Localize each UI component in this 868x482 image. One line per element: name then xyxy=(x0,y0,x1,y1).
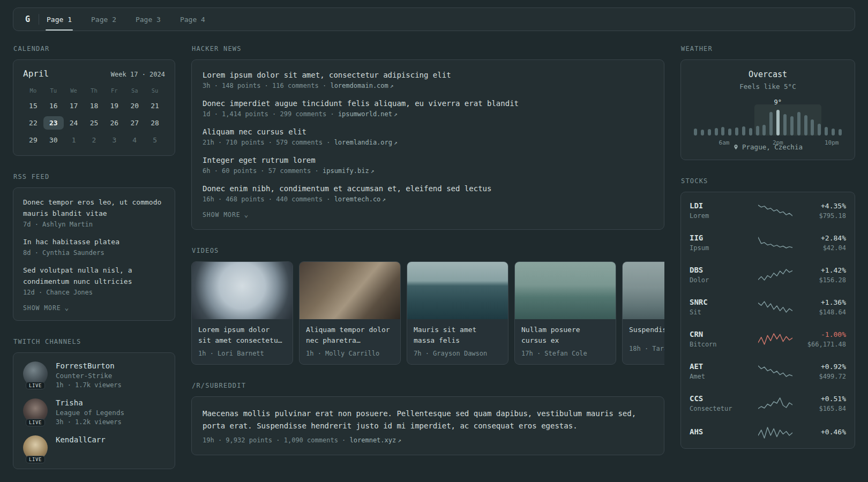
page-tab[interactable]: Page 4 xyxy=(180,8,205,31)
video-card[interactable]: Suspendisse diam 18h · Tara xyxy=(622,261,664,365)
stock-right: +4.35% $795.18 xyxy=(795,202,846,220)
stock-symbol: AET xyxy=(690,362,758,371)
twitch-channel[interactable]: LIVE KendallCarr xyxy=(23,435,165,460)
twitch-widget: TWITCH CHANNELS LIVE ForrestBurton Count… xyxy=(13,338,175,469)
stock-row[interactable]: IIG Ipsum +2.84% $42.04 xyxy=(690,227,846,259)
twitch-channel[interactable]: LIVE ForrestBurton Counter-Strike 1h · 1… xyxy=(23,362,165,389)
calendar-month: April xyxy=(23,69,49,79)
stock-row[interactable]: SNRC Sit +1.36% $148.64 xyxy=(690,291,846,323)
rss-item-title[interactable]: In hac habitasse platea xyxy=(23,236,165,247)
hackernews-show-more-button[interactable]: SHOW MORE⌄ xyxy=(203,211,249,219)
external-link-icon: ↗ xyxy=(394,111,398,118)
twitch-channel[interactable]: LIVE Trisha League of Legends 3h · 1.2k … xyxy=(23,398,165,426)
app-logo[interactable]: G xyxy=(21,8,39,31)
weather-peak-temp: 9° xyxy=(774,99,782,106)
stock-change: +1.42% xyxy=(795,266,846,274)
story-domain-link[interactable]: ipsumify.biz↗ xyxy=(323,167,374,175)
video-card[interactable]: Aliquam tempor dolor nec pharetra… 1h · … xyxy=(299,261,401,365)
hackernews-item: Lorem ipsum dolor sit amet, consectetur … xyxy=(203,71,653,89)
hackernews-item: Donec imperdiet augue tincidunt felis al… xyxy=(203,99,653,118)
story-title[interactable]: Integer eget rutrum lorem xyxy=(203,156,653,164)
weather-bar xyxy=(756,126,759,135)
stock-row[interactable]: CCS Consectetur +0.51% $165.84 xyxy=(690,387,846,419)
stock-left: IIG Ipsum xyxy=(690,234,758,252)
stocks-widget-title: STOCKS xyxy=(681,177,855,185)
video-title: Mauris sit amet massa felis xyxy=(407,319,508,345)
page-tab[interactable]: Page 2 xyxy=(91,8,116,31)
video-card[interactable]: Mauris sit amet massa felis 7h · Grayson… xyxy=(407,261,508,365)
rss-show-more-button[interactable]: SHOW MORE⌄ xyxy=(23,304,69,312)
rss-item-title[interactable]: Sed volutpat nulla nisl, a condimentum n… xyxy=(23,265,165,287)
video-thumbnail xyxy=(300,262,400,319)
calendar-day: 16 xyxy=(43,99,64,112)
page-tab[interactable]: Page 3 xyxy=(136,8,161,31)
weather-bar xyxy=(728,129,731,135)
story-title[interactable]: Lorem ipsum dolor sit amet, consectetur … xyxy=(203,71,653,79)
story-domain-link[interactable]: loremdomain.com↗ xyxy=(330,82,393,89)
post-domain-link[interactable]: loremnet.xyz↗ xyxy=(350,436,401,444)
calendar-grid: MoTuWeThFrSaSu 1516171819202122232425262… xyxy=(23,87,165,147)
rss-item-meta: 8d · Cynthia Saunders xyxy=(23,249,165,257)
story-domain-link[interactable]: ipsumworld.net↗ xyxy=(338,110,398,118)
stock-name: Lorem xyxy=(690,212,758,220)
stock-row[interactable]: AHS +0.46% xyxy=(690,419,846,446)
show-more-label: SHOW MORE xyxy=(23,304,61,312)
stock-symbol: DBS xyxy=(690,266,758,274)
topbar: G Page 1Page 2Page 3Page 4 xyxy=(13,7,855,31)
stock-price: $148.64 xyxy=(795,308,846,316)
video-card[interactable]: Nullam posuere cursus ex 17h · Stefan Co… xyxy=(514,261,616,365)
post-meta: 19h · 9,932 points · 1,090 comments · lo… xyxy=(203,436,653,444)
story-meta: 3h · 148 points · 116 comments · loremdo… xyxy=(203,82,653,89)
stock-left: CCS Consectetur xyxy=(690,394,758,412)
avatar-wrap: LIVE xyxy=(23,362,48,386)
stock-right: +1.36% $148.64 xyxy=(795,298,846,316)
subreddit-widget: /R/SUBREDDIT Maecenas mollis pulvinar er… xyxy=(191,382,664,455)
stock-left: DBS Dolor xyxy=(690,266,758,284)
rss-item-title[interactable]: Donec tempor eros leo, ut commodo mauris… xyxy=(23,197,165,219)
calendar-day-header: Fr xyxy=(104,87,124,95)
story-domain-link[interactable]: loremlandia.org↗ xyxy=(334,139,398,146)
calendar-day: 23 xyxy=(43,116,64,130)
story-title[interactable]: Aliquam nec cursus elit xyxy=(203,127,653,136)
story-meta: 21h · 710 points · 579 comments · loreml… xyxy=(203,139,653,146)
stock-row[interactable]: LDI Lorem +4.35% $795.18 xyxy=(690,194,846,227)
stock-name: Dolor xyxy=(690,276,758,284)
weather-time-axis: 6am2pm10pm xyxy=(694,139,842,147)
video-meta: 1h · Molly Carrillo xyxy=(300,345,400,364)
stock-left: SNRC Sit xyxy=(690,298,758,316)
videos-widget-title: VIDEOS xyxy=(192,247,664,254)
stock-name: Bitcorn xyxy=(690,341,758,348)
weather-bar xyxy=(721,127,724,135)
rss-item: Donec tempor eros leo, ut commodo mauris… xyxy=(23,197,165,228)
weather-bar xyxy=(811,119,814,135)
stock-row[interactable]: CRN Bitcorn -1.00% $66,171.48 xyxy=(690,323,846,355)
subreddit-widget-title: /R/SUBREDDIT xyxy=(192,382,664,389)
post-title[interactable]: Maecenas mollis pulvinar erat non posuer… xyxy=(203,408,653,432)
stock-sparkline xyxy=(758,236,795,249)
stock-row[interactable]: DBS Dolor +1.42% $156.28 xyxy=(690,259,846,291)
calendar-day-header: Mo xyxy=(23,87,43,95)
weather-widget: WEATHER Overcast Feels like 5°C 9° 6am2p… xyxy=(680,45,855,160)
story-title[interactable]: Donec imperdiet augue tincidunt felis al… xyxy=(203,99,653,108)
stock-price: $499.72 xyxy=(795,373,846,380)
weather-bar xyxy=(804,115,807,135)
story-title[interactable]: Donec enim nibh, condimentum et accumsan… xyxy=(203,184,653,193)
calendar-day: 28 xyxy=(145,116,165,130)
stock-sparkline xyxy=(758,365,795,378)
external-link-icon: ↗ xyxy=(394,139,398,146)
rss-item: In hac habitasse platea 8d · Cynthia Sau… xyxy=(23,236,165,257)
stock-row[interactable]: AET Amet +0.92% $499.72 xyxy=(690,355,846,387)
stock-change: +4.35% xyxy=(795,202,846,210)
stock-left: CRN Bitcorn xyxy=(690,330,758,348)
story-domain-link[interactable]: loremtech.co↗ xyxy=(334,195,386,203)
video-meta: 18h · Tara xyxy=(623,341,664,359)
page-tab[interactable]: Page 1 xyxy=(47,8,72,31)
calendar-day: 15 xyxy=(23,99,43,112)
video-card[interactable]: Lorem ipsum dolor sit amet consectetu… 1… xyxy=(191,261,293,365)
calendar-day: 21 xyxy=(145,99,165,112)
stock-sparkline xyxy=(758,333,795,345)
live-badge: LIVE xyxy=(26,456,45,463)
stock-left: AET Amet xyxy=(690,362,758,380)
avatar-wrap: LIVE xyxy=(23,435,48,460)
external-link-icon: ↗ xyxy=(390,82,394,89)
